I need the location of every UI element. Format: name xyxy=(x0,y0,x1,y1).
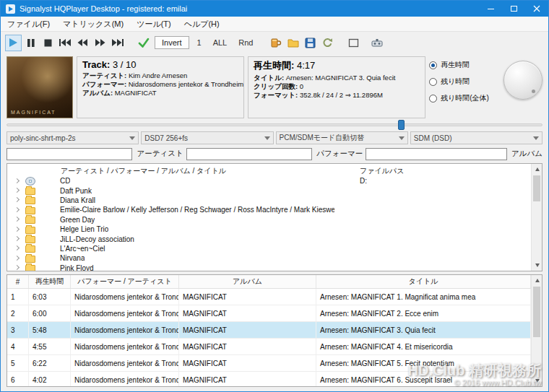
tree-item[interactable]: Nirvana xyxy=(7,253,542,263)
settings-dropdown[interactable]: DSD7 256+fs xyxy=(141,131,273,144)
scroll-down-icon[interactable] xyxy=(532,260,542,271)
mug-button[interactable] xyxy=(267,35,284,51)
tree-item[interactable]: Pink Floyd xyxy=(7,263,542,271)
tree-item-name: JiLL-Decoy association xyxy=(60,235,134,243)
expand-chevron-icon[interactable] xyxy=(13,235,22,243)
settings-dropdown[interactable]: poly-sinc-shrt-mp-2s xyxy=(7,131,139,144)
previous-track-button[interactable] xyxy=(57,35,74,51)
playlist-cell-album: MAGNIFICAT xyxy=(179,289,316,305)
rewind-button[interactable] xyxy=(74,35,91,51)
scroll-up-icon[interactable] xyxy=(532,275,542,286)
tree-item-path: D: xyxy=(360,177,367,185)
playlist-column-performer[interactable]: パフォーマー / アーティスト xyxy=(71,275,179,288)
reload-button[interactable] xyxy=(319,35,336,51)
output-device-button[interactable] xyxy=(368,35,385,51)
scrollbar-thumb[interactable] xyxy=(533,287,540,337)
tree-item[interactable]: Daft Punk xyxy=(7,186,542,195)
clip-line: クリップ回数: 0 xyxy=(254,82,420,91)
tree-item-icon xyxy=(25,188,35,195)
tree-item[interactable]: Helge Lien Trio xyxy=(7,225,542,234)
playlist-row[interactable]: 5 6:22 Nidarosdomens jentekor & Trondhei… xyxy=(7,355,531,372)
expand-chevron-icon[interactable] xyxy=(13,216,22,223)
playlist-row[interactable]: 6 4:02 Nidarosdomens jentekor & Trondhei… xyxy=(7,372,531,387)
menu-item[interactable]: マトリックス(M) xyxy=(56,17,130,32)
playlist-cell-album: MAGNIFICAT xyxy=(179,372,316,387)
library-scrollbar[interactable] xyxy=(531,164,542,271)
scrollbar-thumb[interactable] xyxy=(533,175,540,201)
filter-input[interactable] xyxy=(7,148,132,160)
album-value: MAGNIFICAT xyxy=(115,89,157,97)
expand-chevron-icon[interactable] xyxy=(13,196,22,204)
expand-chevron-icon[interactable] xyxy=(13,178,22,185)
filter-input[interactable] xyxy=(186,148,313,160)
seek-bar[interactable] xyxy=(7,120,542,130)
time-display-option[interactable]: 残り時間 xyxy=(429,77,499,87)
mug-icon xyxy=(270,38,282,48)
next-track-button[interactable] xyxy=(109,35,126,51)
scroll-up-icon[interactable] xyxy=(532,164,542,175)
expand-chevron-icon[interactable] xyxy=(13,206,22,214)
filter-input[interactable] xyxy=(366,148,507,160)
tree-item[interactable]: L'Arc~en~Ciel xyxy=(7,244,542,253)
playlist-row[interactable]: 2 6:00 Nidarosdomens jentekor & Trondhei… xyxy=(7,305,531,322)
playlist-column-time[interactable]: 再生時間 xyxy=(29,275,71,288)
playlist-cell-time: 5:48 xyxy=(29,322,71,338)
time-display-option[interactable]: 再生時間 xyxy=(429,60,499,70)
maximize-button[interactable] xyxy=(502,1,525,17)
radio-icon xyxy=(429,95,437,103)
menu-item[interactable]: ファイル(F) xyxy=(1,17,56,32)
playlist-cell-num: 1 xyxy=(7,289,29,305)
expand-chevron-icon[interactable] xyxy=(13,255,22,262)
settings-dropdown[interactable]: PCM/SDMモード自動切替 xyxy=(276,131,408,144)
minimize-button[interactable] xyxy=(479,1,502,17)
dropdown-value: DSD7 256+fs xyxy=(144,134,261,142)
close-button[interactable] xyxy=(525,1,548,17)
playlist-cell-title: Arnesen: MAGNIFICAT 6. Suscepit Israel xyxy=(316,372,531,387)
settings-dropdown[interactable]: SDM (DSD) xyxy=(410,131,542,144)
menu-item[interactable]: ヘルプ(H) xyxy=(178,17,226,32)
playlist-scrollbar[interactable] xyxy=(531,275,542,386)
playlist-cell-time: 6:22 xyxy=(29,355,71,371)
volume-knob[interactable] xyxy=(503,61,542,100)
tree-item[interactable]: Diana Krall xyxy=(7,196,542,205)
scroll-down-icon[interactable] xyxy=(532,375,542,386)
tree-item-icon xyxy=(25,217,35,224)
chevron-down-icon xyxy=(129,136,135,140)
expand-chevron-icon[interactable] xyxy=(13,264,22,271)
confirm-button[interactable] xyxy=(135,35,152,51)
tree-item[interactable]: Green Day xyxy=(7,215,542,225)
menu-item[interactable]: ツール(T) xyxy=(130,17,178,32)
fast-forward-button[interactable] xyxy=(92,35,108,51)
playlist-column-num[interactable]: # xyxy=(7,275,29,288)
stop-button[interactable] xyxy=(40,35,56,51)
open-playlist-button[interactable] xyxy=(285,35,301,51)
playlist-cell-album: MAGNIFICAT xyxy=(179,339,316,354)
tree-item[interactable]: JiLL-Decoy association xyxy=(7,234,542,243)
playlist-row[interactable]: 1 6:03 Nidarosdomens jentekor & Trondhei… xyxy=(7,289,531,305)
play-button[interactable] xyxy=(5,35,22,51)
tree-item-name: Emilie-Claire Barlow / Kelly Jefferson /… xyxy=(60,206,334,214)
random-button[interactable]: Rnd xyxy=(233,35,258,50)
tree-item[interactable]: Emilie-Claire Barlow / Kelly Jefferson /… xyxy=(7,205,542,214)
fast-forward-icon xyxy=(95,38,105,47)
repeat-all-button[interactable]: ALL xyxy=(208,35,233,50)
playlist-column-album[interactable]: アルバム xyxy=(179,275,316,288)
playlist-row[interactable]: 3 5:48 Nidarosdomens jentekor & Trondhei… xyxy=(7,322,531,339)
playlist-row[interactable]: 4 4:55 Nidarosdomens jentekor & Trondhei… xyxy=(7,339,531,355)
time-display-option[interactable]: 残り時間(全体) xyxy=(429,93,499,103)
playlist-column-title[interactable]: タイトル xyxy=(316,275,531,288)
expand-chevron-icon[interactable] xyxy=(13,187,22,194)
display-window-button[interactable] xyxy=(345,35,362,51)
playlist-cell-album: MAGNIFICAT xyxy=(179,322,316,338)
seek-track[interactable] xyxy=(7,123,542,126)
seek-thumb[interactable] xyxy=(398,120,405,130)
expand-chevron-icon[interactable] xyxy=(13,245,22,252)
format-line: フォーマット: 352.8k / 24 / 2 ⇒ 11.2896M xyxy=(254,91,420,100)
pause-button[interactable] xyxy=(22,35,39,51)
titlebar[interactable]: Signalyst HQPlayer Desktop - registered:… xyxy=(1,1,548,17)
expand-chevron-icon[interactable] xyxy=(13,226,22,233)
tree-item[interactable]: CD D: xyxy=(7,176,542,186)
invert-button[interactable]: Invert xyxy=(155,36,189,49)
repeat-one-button[interactable]: 1 xyxy=(192,35,207,50)
save-playlist-button[interactable] xyxy=(302,35,319,51)
